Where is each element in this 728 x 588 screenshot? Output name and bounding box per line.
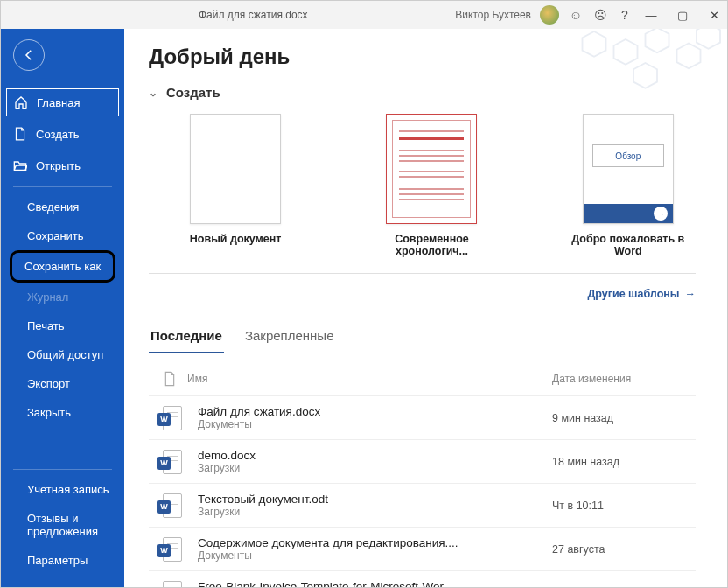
more-templates-label: Другие шаблоны bbox=[587, 288, 679, 300]
file-name: Текстовый документ.odt bbox=[198, 493, 552, 506]
word-file-icon: W bbox=[158, 450, 182, 474]
back-button[interactable] bbox=[13, 39, 45, 71]
sidebar: Главная Создать Открыть Сведения Сохрани… bbox=[1, 29, 124, 587]
file-name: Free-Blank-Invoice-Template-for-Microsof… bbox=[198, 580, 552, 587]
file-row[interactable]: W demo.docx Загрузки 18 мин назад bbox=[149, 439, 696, 483]
col-name[interactable]: Имя bbox=[187, 373, 552, 385]
template-resume-thumb bbox=[386, 114, 477, 224]
template-blank-thumb bbox=[190, 114, 281, 224]
greeting: Добрый день bbox=[149, 45, 696, 69]
file-location: Документы bbox=[198, 550, 552, 562]
nav-options[interactable]: Параметры bbox=[1, 546, 124, 575]
file-name: Файл для сжатия.docx bbox=[198, 405, 552, 418]
file-name: demo.docx bbox=[198, 449, 552, 462]
word-file-icon: W bbox=[158, 406, 182, 430]
file-row[interactable]: W Файл для сжатия.docx Документы 9 мин н… bbox=[149, 396, 696, 439]
welcome-badge: Обзор bbox=[592, 144, 664, 167]
file-list: Имя Дата изменения W Файл для сжатия.doc… bbox=[149, 362, 696, 587]
create-section-label: Создать bbox=[166, 85, 220, 100]
folder-open-icon bbox=[13, 158, 27, 172]
file-date: Чт в 10:11 bbox=[552, 500, 692, 512]
file-date: 27 августа bbox=[552, 543, 692, 556]
tab-pinned[interactable]: Закрепленные bbox=[243, 323, 336, 353]
user-name: Виктор Бухтеев bbox=[455, 9, 531, 21]
tab-recent[interactable]: Последние bbox=[149, 323, 224, 354]
nav-history: Журнал bbox=[1, 283, 124, 312]
file-list-header: Имя Дата изменения bbox=[149, 362, 696, 396]
app-window: Файл для сжатия.docx Виктор Бухтеев ☺ ☹ … bbox=[0, 0, 728, 588]
nav-print[interactable]: Печать bbox=[1, 312, 124, 340]
template-blank-label: Новый документ bbox=[190, 233, 282, 245]
home-icon bbox=[14, 95, 28, 109]
word-file-icon: W bbox=[158, 494, 182, 518]
titlebar: Файл для сжатия.docx Виктор Бухтеев ☺ ☹ … bbox=[1, 1, 727, 29]
user-area: Виктор Бухтеев ☺ ☹ ? bbox=[455, 5, 633, 24]
file-row[interactable]: W Текстовый документ.odt Загрузки Чт в 1… bbox=[149, 483, 696, 527]
file-location: Загрузки bbox=[198, 462, 552, 474]
nav-save-as[interactable]: Сохранить как bbox=[10, 250, 116, 283]
word-file-icon: W bbox=[158, 581, 182, 588]
template-welcome-thumb: Обзор → bbox=[583, 114, 674, 224]
template-gallery: Новый документ Современное хронологич...… bbox=[168, 114, 696, 257]
nav-create-label: Создать bbox=[36, 128, 79, 141]
template-welcome-label: Добро пожаловать в Word bbox=[561, 233, 696, 257]
col-modified[interactable]: Дата изменения bbox=[552, 373, 692, 385]
minimize-button[interactable]: — bbox=[643, 7, 659, 23]
avatar[interactable] bbox=[540, 5, 559, 24]
arrow-right-icon: → bbox=[685, 288, 696, 300]
file-location: Загрузки bbox=[198, 506, 552, 518]
template-welcome[interactable]: Обзор → Добро пожаловать в Word bbox=[561, 114, 696, 257]
word-file-icon: W bbox=[158, 537, 182, 562]
create-section-header[interactable]: ⌄ Создать bbox=[149, 85, 696, 100]
nav-feedback[interactable]: Отзывы и предложения bbox=[1, 504, 124, 546]
svg-marker-5 bbox=[696, 29, 720, 49]
window-controls: — ▢ ✕ bbox=[643, 7, 722, 23]
nav-open-label: Открыть bbox=[36, 159, 80, 172]
template-blank[interactable]: Новый документ bbox=[168, 114, 303, 257]
more-templates-link[interactable]: Другие шаблоны→ bbox=[149, 273, 696, 300]
help-icon[interactable]: ? bbox=[617, 7, 633, 23]
arrow-right-icon: → bbox=[654, 206, 668, 220]
document-title: Файл для сжатия.docx bbox=[199, 9, 308, 21]
file-date: 16 августа bbox=[552, 587, 692, 588]
chevron-down-icon: ⌄ bbox=[149, 87, 158, 99]
file-tabs: Последние Закрепленные bbox=[149, 323, 696, 354]
nav-home[interactable]: Главная bbox=[6, 88, 119, 116]
file-name: Содержимое документа для редактирования.… bbox=[198, 536, 552, 550]
template-resume[interactable]: Современное хронологич... bbox=[364, 114, 499, 257]
template-resume-label: Современное хронологич... bbox=[364, 233, 499, 257]
maximize-button[interactable]: ▢ bbox=[675, 7, 690, 23]
file-date: 9 мин назад bbox=[552, 412, 692, 424]
main-content: Добрый день ⌄ Создать Новый документ bbox=[124, 29, 727, 587]
nav-info[interactable]: Сведения bbox=[1, 192, 124, 221]
nav-open[interactable]: Открыть bbox=[1, 150, 124, 181]
nav-export[interactable]: Экспорт bbox=[1, 369, 124, 398]
nav-create[interactable]: Создать bbox=[1, 118, 124, 150]
nav-share[interactable]: Общий доступ bbox=[1, 340, 124, 369]
nav-home-label: Главная bbox=[37, 96, 80, 109]
nav-close[interactable]: Закрыть bbox=[1, 398, 124, 427]
document-icon bbox=[152, 371, 187, 387]
close-button[interactable]: ✕ bbox=[706, 7, 722, 23]
file-location: Документы bbox=[198, 418, 552, 430]
nav-account[interactable]: Учетная запись bbox=[1, 475, 124, 504]
document-icon bbox=[13, 127, 27, 141]
file-row[interactable]: W Содержимое документа для редактировани… bbox=[149, 527, 696, 570]
file-date: 18 мин назад bbox=[552, 456, 692, 468]
file-row[interactable]: W Free-Blank-Invoice-Template-for-Micros… bbox=[149, 570, 696, 587]
nav-save[interactable]: Сохранить bbox=[1, 221, 124, 250]
smile-icon[interactable]: ☺ bbox=[568, 7, 584, 23]
frown-icon[interactable]: ☹ bbox=[592, 7, 608, 23]
